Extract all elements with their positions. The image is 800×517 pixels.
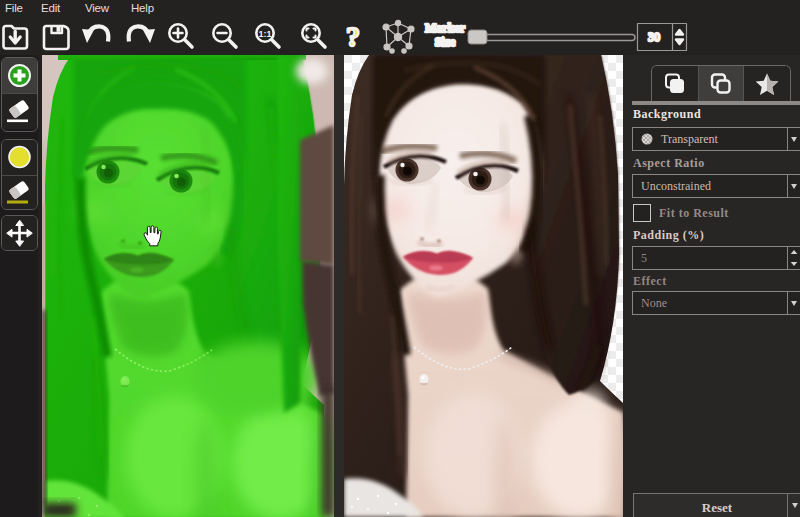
svg-text:Size: Size — [435, 35, 456, 49]
svg-text:?: ? — [346, 21, 360, 52]
svg-text:1:1: 1:1 — [258, 29, 271, 39]
svg-text:Marker: Marker — [425, 21, 466, 35]
svg-text:30: 30 — [648, 30, 660, 44]
